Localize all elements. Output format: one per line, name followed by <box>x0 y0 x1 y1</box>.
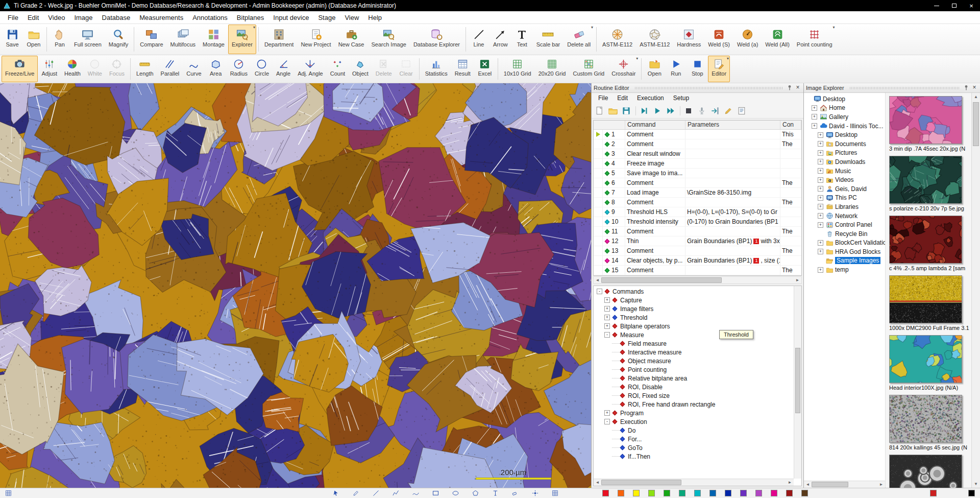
tb-save-button[interactable]: Save <box>2 25 23 54</box>
pin-icon[interactable] <box>963 84 970 91</box>
tb2-white-button[interactable]: White <box>84 56 106 82</box>
ellipse-tool-icon[interactable] <box>451 489 460 497</box>
routine-menu-edit[interactable]: Edit <box>612 93 632 103</box>
folder-tree-item-recycle-bin[interactable]: Recycle Bin <box>804 229 885 239</box>
folder-tree-item-desktop[interactable]: Desktop <box>804 94 885 104</box>
routine-export-button[interactable] <box>709 105 721 117</box>
commands-tree-item[interactable]: If...Then <box>594 452 793 461</box>
commands-tree-item[interactable]: +Threshold <box>594 313 793 322</box>
thumbnail-item[interactable] <box>889 455 970 488</box>
routine-step-button[interactable] <box>638 105 650 117</box>
routine-step-row[interactable]: 3Clear result window <box>594 149 801 159</box>
tb2-freeze-live-button[interactable]: Freeze/Live <box>2 56 38 82</box>
scrollbar-thumb[interactable] <box>795 348 800 413</box>
commands-tree-item[interactable]: -Measure <box>594 330 793 339</box>
thumbnail-image[interactable] <box>889 156 962 204</box>
commands-tree-item[interactable]: -Execution <box>594 417 793 426</box>
routine-record-button[interactable] <box>696 105 708 117</box>
folder-tree-item-pictures[interactable]: +Pictures <box>804 149 885 158</box>
tb2-excel-button[interactable]: Excel <box>474 56 496 82</box>
expand-icon[interactable]: + <box>818 168 823 174</box>
tb-new-case-button[interactable]: New Case <box>335 25 368 54</box>
routine-menu-file[interactable]: File <box>594 93 612 103</box>
expand-icon[interactable]: + <box>604 306 610 312</box>
routine-step-row[interactable]: 14Clear objects, by p...Grain Boundaries… <box>594 256 801 266</box>
folder-tree-item-hra-god-blocks[interactable]: +HRA God Blocks <box>804 247 885 256</box>
thumbnail-item[interactable]: s polarize c-210 20v 7p 5e.jpg <box>889 156 970 211</box>
tb2-statistics-button[interactable]: Statistics <box>422 56 451 82</box>
routine-step-row[interactable]: 2CommentThe <box>594 139 801 149</box>
pointer-tool-icon[interactable] <box>332 489 340 497</box>
color-swatch[interactable] <box>725 490 731 496</box>
tb-weld-s-button[interactable]: Weld (S) <box>704 25 733 54</box>
menu-image[interactable]: Image <box>69 12 97 23</box>
tb-line-button[interactable]: Line <box>468 25 489 54</box>
routine-step-row[interactable]: 4Freeze image <box>594 159 801 169</box>
tb2-circle-button[interactable]: Circle <box>251 56 273 82</box>
menu-input-device[interactable]: Input device <box>268 12 313 23</box>
expand-icon[interactable]: + <box>818 177 823 183</box>
commands-tree-item[interactable]: +Bitplane operators <box>594 322 793 330</box>
tb2-radius-button[interactable]: Radius <box>227 56 251 82</box>
thumbnail-item[interactable]: 814 200x kallings 45 sec.jpg (N <box>889 395 970 450</box>
expand-icon[interactable]: + <box>818 195 823 201</box>
tb2-editor-button[interactable]: Editor▾ <box>708 56 730 82</box>
close-button[interactable]: × <box>963 0 980 11</box>
tb-department-button[interactable]: Department <box>261 25 297 54</box>
tb-astm-e112-button[interactable]: ASTM-E112 <box>636 25 673 54</box>
tb2-20x20-grid-button[interactable]: 20x20 Grid <box>535 56 570 82</box>
color-swatch[interactable] <box>694 490 701 496</box>
thumbnail-image[interactable] <box>889 275 962 323</box>
scroll-left-icon[interactable]: ◄ <box>804 481 812 488</box>
commands-tree-item[interactable]: For... <box>594 435 793 443</box>
scroll-right-icon[interactable]: ► <box>877 481 885 488</box>
expand-icon[interactable]: + <box>604 315 610 320</box>
expand-icon[interactable]: + <box>818 213 823 219</box>
marker-tool-icon[interactable] <box>531 489 540 497</box>
tb-pan-button[interactable]: Pan <box>49 25 70 54</box>
commands-tree-item[interactable]: Relative bitplane area <box>594 374 793 383</box>
tb2-adjust-button[interactable]: Adjust <box>38 56 61 82</box>
tb-magnify-button[interactable]: Magnify <box>105 25 132 54</box>
tb2-stop-button[interactable]: Stop <box>687 56 708 82</box>
folder-tree-item-gallery[interactable]: +Gallery <box>804 112 885 122</box>
folder-tree-hscrollbar[interactable]: ◄ ► <box>804 481 885 488</box>
routine-step-row[interactable]: 7Load image\GrainSize 86-3150.img <box>594 188 801 198</box>
polygon-tool-icon[interactable] <box>471 489 480 497</box>
dropdown-arrow-icon[interactable]: ▾ <box>833 26 835 30</box>
tb2-parallel-button[interactable]: Parallel <box>157 56 183 82</box>
tb-montage-button[interactable]: Montage <box>199 25 228 54</box>
tb2-curve-button[interactable]: Curve <box>183 56 205 82</box>
expand-icon[interactable]: + <box>812 105 817 111</box>
color-swatch[interactable] <box>679 490 685 496</box>
tb2-count-button[interactable]: Count <box>327 56 349 82</box>
dropdown-arrow-icon[interactable]: ▾ <box>253 26 255 30</box>
tb-hardness-button[interactable]: Hardness <box>673 25 704 54</box>
color-swatch[interactable] <box>648 490 655 496</box>
pencil-tool-icon[interactable] <box>352 489 360 497</box>
tb-explorer-button[interactable]: Explorer▾ <box>228 25 256 54</box>
menu-help[interactable]: Help <box>363 12 386 23</box>
scrollbar-thumb[interactable] <box>601 480 681 485</box>
thumbnail-image[interactable] <box>889 335 962 383</box>
scroll-right-icon[interactable]: ► <box>794 277 801 283</box>
routine-report-button[interactable] <box>736 105 748 117</box>
explorer-close-icon[interactable]: × <box>971 84 978 91</box>
tb-search-image-button[interactable]: Search Image <box>368 25 409 54</box>
collapse-icon[interactable]: - <box>604 419 610 424</box>
eraser-tool-icon[interactable] <box>511 489 520 497</box>
folder-tree-item-libraries[interactable]: +Libraries <box>804 202 885 211</box>
tb2-delete-button[interactable]: Delete <box>372 56 396 82</box>
color-swatch[interactable] <box>602 490 609 496</box>
tb-open-button[interactable]: Open <box>23 25 44 54</box>
expand-icon[interactable]: + <box>604 410 610 416</box>
tb2-clear-button[interactable]: Clear <box>396 56 417 82</box>
expand-icon[interactable]: + <box>812 114 817 120</box>
scroll-up-icon[interactable]: ▲ <box>972 93 980 101</box>
folder-tree-item-temp[interactable]: +temp <box>804 265 885 274</box>
scroll-down-icon[interactable]: ▼ <box>972 480 980 488</box>
tb2-run-button[interactable]: Run <box>665 56 687 82</box>
color-swatch[interactable] <box>968 490 975 496</box>
tb-weld-a-button[interactable]: Weld (a) <box>733 25 762 54</box>
tb-arrow-button[interactable]: Arrow <box>489 25 511 54</box>
